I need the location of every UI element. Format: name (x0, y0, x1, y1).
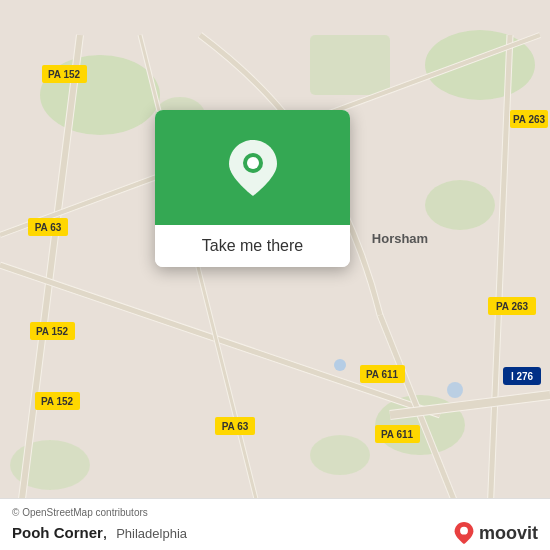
svg-point-45 (447, 382, 463, 398)
svg-text:PA 63: PA 63 (222, 421, 249, 432)
svg-rect-4 (310, 35, 390, 95)
svg-text:PA 611: PA 611 (366, 369, 399, 380)
location-pin-icon (229, 140, 277, 196)
bottom-bar: © OpenStreetMap contributors Pooh Corner… (0, 498, 550, 550)
svg-text:PA 152: PA 152 (36, 326, 69, 337)
popup-card: Take me there (155, 110, 350, 267)
take-me-there-button[interactable]: Take me there (202, 237, 303, 255)
svg-point-3 (425, 180, 495, 230)
location-icon-container (228, 143, 278, 193)
place-name: Pooh Corner (12, 524, 103, 541)
svg-text:PA 611: PA 611 (381, 429, 414, 440)
svg-point-44 (334, 359, 346, 371)
svg-text:PA 63: PA 63 (35, 222, 62, 233)
moovit-logo: moovit (453, 522, 538, 544)
svg-point-48 (460, 527, 468, 535)
svg-text:PA 263: PA 263 (513, 114, 546, 125)
place-details: Pooh Corner, Philadelphia (12, 524, 187, 542)
map-container: PA 152 PA 63 PA 152 PA 152 PA 63 PA 611 … (0, 0, 550, 550)
attribution-text: © OpenStreetMap contributors (12, 507, 538, 518)
moovit-brand-icon (453, 522, 475, 544)
place-city: Philadelphia (116, 526, 187, 541)
svg-point-47 (247, 157, 259, 169)
svg-point-7 (310, 435, 370, 475)
svg-text:Horsham: Horsham (372, 231, 428, 246)
svg-text:I 276: I 276 (511, 371, 534, 382)
location-info: Pooh Corner, Philadelphia moovit (12, 522, 538, 544)
svg-text:PA 152: PA 152 (41, 396, 74, 407)
popup-button-area[interactable]: Take me there (155, 225, 350, 267)
moovit-text: moovit (479, 523, 538, 544)
svg-text:PA 152: PA 152 (48, 69, 81, 80)
popup-green-area (155, 110, 350, 225)
svg-text:PA 263: PA 263 (496, 301, 529, 312)
